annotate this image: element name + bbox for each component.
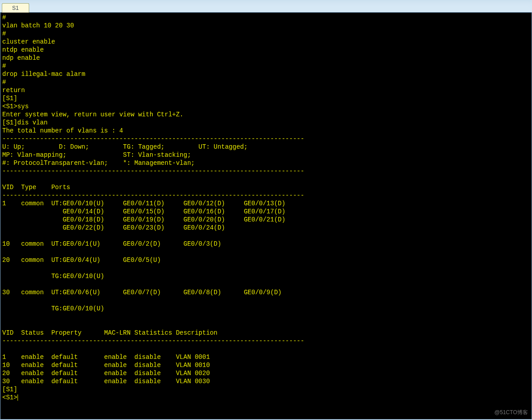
terminal-window[interactable]: # vlan batch 10 20 30 # cluster enable n… — [0, 13, 532, 420]
tab-bar: S1 — [0, 0, 532, 13]
terminal-prompt-line[interactable]: <S1> — [2, 393, 530, 402]
terminal-output: # vlan batch 10 20 30 # cluster enable n… — [2, 13, 530, 393]
tab-s1[interactable]: S1 — [2, 3, 29, 13]
watermark: @51CTO博客 — [494, 408, 528, 416]
terminal-cursor — [18, 394, 18, 401]
terminal-prompt: <S1> — [2, 394, 18, 401]
